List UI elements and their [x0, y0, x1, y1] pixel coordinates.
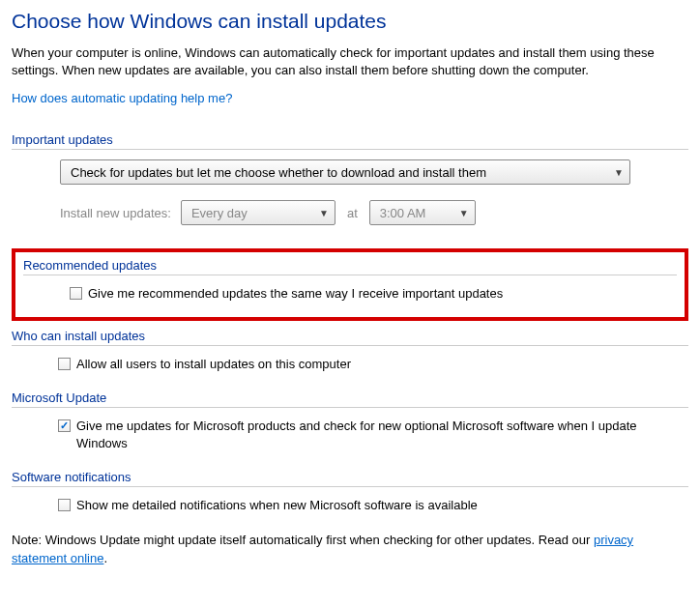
section-who-can-install: Who can install updates Allow all users … — [12, 329, 688, 373]
important-updates-dropdown[interactable]: Check for updates but let me choose whet… — [60, 159, 630, 185]
section-header-notifications: Software notifications — [12, 470, 688, 487]
software-notifications-label: Show me detailed notifications when new … — [76, 497, 478, 514]
microsoft-update-label: Give me updates for Microsoft products a… — [76, 418, 688, 452]
help-link[interactable]: How does automatic updating help me? — [12, 91, 232, 105]
footer-note: Note: Windows Update might update itself… — [12, 532, 688, 566]
footer-note-suffix: . — [103, 551, 107, 565]
page-title: Choose how Windows can install updates — [12, 10, 688, 33]
important-updates-dropdown-value: Check for updates but let me choose whet… — [71, 165, 486, 180]
chevron-down-icon: ▼ — [319, 208, 329, 218]
recommended-updates-checkbox[interactable] — [70, 287, 82, 300]
intro-text: When your computer is online, Windows ca… — [12, 44, 688, 79]
schedule-label: Install new updates: — [60, 206, 171, 220]
section-header-who: Who can install updates — [12, 329, 688, 346]
section-important-updates: Important updates Check for updates but … — [12, 132, 688, 225]
time-dropdown[interactable]: 3:00 AM ▼ — [369, 200, 476, 225]
allow-all-users-label: Allow all users to install updates on th… — [76, 356, 351, 373]
recommended-updates-label: Give me recommended updates the same way… — [88, 285, 503, 303]
allow-all-users-checkbox[interactable] — [58, 358, 71, 370]
microsoft-update-checkbox[interactable] — [58, 419, 71, 432]
software-notifications-checkbox[interactable] — [58, 499, 71, 511]
frequency-dropdown[interactable]: Every day ▼ — [181, 200, 335, 225]
at-label: at — [347, 206, 358, 220]
section-header-recommended: Recommended updates — [23, 258, 677, 275]
highlight-recommended-updates: Recommended updates Give me recommended … — [12, 248, 688, 320]
section-microsoft-update: Microsoft Update Give me updates for Mic… — [12, 390, 688, 452]
chevron-down-icon: ▼ — [459, 208, 469, 218]
chevron-down-icon: ▼ — [614, 167, 624, 178]
footer-note-prefix: Note: Windows Update might update itself… — [12, 533, 594, 547]
frequency-dropdown-value: Every day — [191, 206, 248, 220]
section-software-notifications: Software notifications Show me detailed … — [12, 470, 688, 514]
time-dropdown-value: 3:00 AM — [380, 206, 426, 220]
section-header-important: Important updates — [12, 132, 688, 150]
section-header-ms-update: Microsoft Update — [12, 390, 688, 408]
